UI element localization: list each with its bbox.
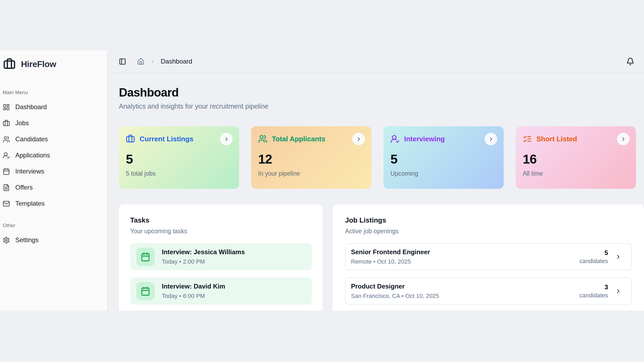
stat-label: Short Listed — [536, 135, 577, 143]
stat-card-header: Current Listings — [126, 134, 232, 143]
task-list: Interview: Jessica Williams Today • 2:00… — [130, 243, 312, 305]
job-title: Product Designer — [351, 283, 439, 290]
job-text: Product Designer San Francisco, CA • Oct… — [351, 283, 439, 300]
job-count-label: candidates — [580, 292, 608, 299]
user-check-icon — [3, 152, 10, 159]
job-count-number: 3 — [580, 283, 608, 291]
sidebar-item-offers[interactable]: Offers — [2, 181, 104, 194]
briefcase-logo-icon — [3, 58, 16, 70]
stat-card-short-listed[interactable]: Short Listed 16 All time — [516, 126, 636, 189]
calendar-icon — [141, 252, 150, 262]
users-icon — [3, 136, 10, 143]
job-list: Senior Frontend Engineer Remote • Oct 10… — [345, 243, 632, 305]
sidebar-item-jobs[interactable]: Jobs — [2, 116, 104, 130]
breadcrumb-home-link[interactable] — [137, 58, 144, 65]
stat-arrow-button[interactable] — [352, 133, 365, 145]
stat-card-header: Short Listed — [523, 134, 629, 143]
job-title: Senior Frontend Engineer — [351, 248, 430, 256]
sidebar-item-label: Jobs — [15, 119, 29, 127]
stat-card-interviewing[interactable]: Interviewing 5 Upcoming — [383, 126, 504, 189]
users-icon — [258, 134, 267, 143]
sidebar-item-applications[interactable]: Applications — [2, 149, 104, 162]
job-meta: Remote • Oct 10, 2025 — [351, 258, 430, 265]
tasks-title: Tasks — [130, 216, 312, 224]
stat-arrow-button[interactable] — [617, 133, 630, 145]
home-icon — [137, 58, 144, 65]
chevron-right-icon — [150, 59, 155, 64]
sidebar-item-label: Applications — [15, 152, 50, 159]
briefcase-icon — [126, 134, 135, 143]
chevron-right-icon — [615, 254, 621, 260]
screen: HireFlow Main Menu Dashboard Jobs Candid… — [0, 0, 644, 362]
bottom-row: Tasks Your upcoming tasks Interview: Jes… — [119, 204, 644, 311]
task-time: Today • 2:00 PM — [162, 258, 245, 265]
gear-icon — [3, 237, 10, 244]
breadcrumb-current: Dashboard — [161, 58, 192, 65]
job-row-product-designer[interactable]: Product Designer San Francisco, CA • Oct… — [345, 278, 632, 305]
stat-card-total-applicants[interactable]: Total Applicants 12 In your pipeline — [251, 126, 371, 189]
task-row-jessica-williams[interactable]: Interview: Jessica Williams Today • 2:00… — [130, 243, 312, 270]
sidebar-item-settings[interactable]: Settings — [2, 233, 104, 247]
calendar-icon — [141, 286, 150, 296]
calendar-icon — [3, 168, 10, 175]
chevron-right-icon — [356, 136, 362, 142]
panel-left-icon — [119, 58, 126, 65]
stat-card-current-listings[interactable]: Current Listings 5 5 total jobs — [119, 126, 239, 189]
tasks-subtitle: Your upcoming tasks — [130, 228, 312, 235]
sidebar-item-label: Dashboard — [15, 103, 47, 111]
stat-caption: Upcoming — [390, 170, 497, 177]
task-title: Interview: David Kim — [162, 283, 225, 290]
sidebar: HireFlow Main Menu Dashboard Jobs Candid… — [0, 50, 108, 311]
sidebar-item-candidates[interactable]: Candidates — [2, 132, 104, 146]
task-text: Interview: Jessica Williams Today • 2:00… — [162, 248, 245, 265]
stat-card-header: Interviewing — [390, 134, 497, 143]
sidebar-item-dashboard[interactable]: Dashboard — [2, 100, 104, 114]
stat-value: 5 — [126, 152, 232, 167]
notifications-button[interactable] — [626, 57, 634, 65]
job-listings-panel: Job Listings Active job openings Senior … — [333, 204, 644, 311]
mail-icon — [3, 200, 10, 207]
chevron-right-icon — [615, 288, 621, 294]
job-meta: San Francisco, CA • Oct 10, 2025 — [351, 293, 439, 300]
page-title: Dashboard — [119, 86, 644, 99]
page-subtitle: Analytics and insights for your recruitm… — [119, 102, 644, 110]
file-text-icon — [3, 184, 10, 191]
sidebar-item-label: Settings — [15, 236, 39, 244]
briefcase-icon — [3, 120, 10, 127]
sidebar-item-label: Interviews — [15, 168, 44, 175]
sidebar-item-label: Offers — [15, 184, 33, 191]
stat-value: 16 — [523, 152, 629, 167]
stat-caption: All time — [523, 170, 629, 177]
task-icon-chip — [136, 282, 155, 300]
chevron-right-icon — [224, 136, 229, 142]
tasks-panel: Tasks Your upcoming tasks Interview: Jes… — [119, 204, 323, 311]
stat-value: 12 — [258, 152, 364, 167]
sidebar-item-interviews[interactable]: Interviews — [2, 165, 104, 178]
layout-dashboard-icon — [3, 104, 10, 111]
sidebar-item-templates[interactable]: Templates — [2, 197, 104, 210]
main-nav: Dashboard Jobs Candidates Applications I… — [2, 100, 104, 210]
brand: HireFlow — [2, 58, 104, 70]
stats-row: Current Listings 5 5 total jobs Total Ap… — [119, 126, 644, 189]
sidebar-item-label: Templates — [15, 200, 45, 207]
stat-caption: In your pipeline — [258, 170, 364, 177]
task-text: Interview: David Kim Today • 6:00 PM — [162, 283, 225, 300]
task-row-david-kim[interactable]: Interview: David Kim Today • 6:00 PM — [130, 278, 312, 305]
stat-label: Total Applicants — [272, 135, 325, 143]
job-text: Senior Frontend Engineer Remote • Oct 10… — [351, 248, 430, 265]
job-count-number: 5 — [580, 249, 608, 257]
stat-label: Interviewing — [404, 135, 445, 143]
stat-caption: 5 total jobs — [126, 170, 232, 177]
job-row-senior-frontend-engineer[interactable]: Senior Frontend Engineer Remote • Oct 10… — [345, 243, 632, 270]
stat-arrow-button[interactable] — [220, 133, 233, 145]
list-checks-icon — [523, 134, 532, 143]
job-right: 3 candidates — [580, 283, 621, 299]
job-listings-title: Job Listings — [345, 216, 632, 224]
job-candidate-count: 3 candidates — [580, 283, 608, 299]
sidebar-toggle-button[interactable] — [119, 58, 126, 65]
chevron-right-icon — [620, 136, 626, 142]
stat-card-header: Total Applicants — [258, 134, 364, 143]
nav-section-label-other: Other — [2, 223, 104, 228]
stat-arrow-button[interactable] — [485, 133, 497, 145]
nav-section-label-main-menu: Main Menu — [2, 90, 104, 95]
